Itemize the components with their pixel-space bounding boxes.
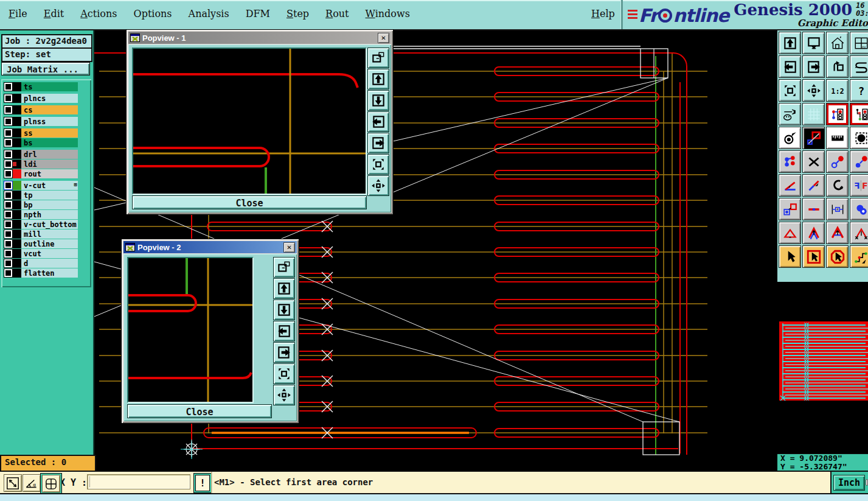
menu-actions[interactable]: Actions xyxy=(80,8,117,19)
span-measure-button[interactable]: 4 xyxy=(826,198,849,220)
layer-visibility-checkbox-bs[interactable] xyxy=(4,138,13,147)
menu-windows[interactable]: Windows xyxy=(366,8,410,19)
popview-1-close-button[interactable]: Close xyxy=(132,195,367,209)
pad-exchange-button[interactable] xyxy=(779,198,801,220)
undo-view-button[interactable] xyxy=(826,55,849,78)
layer-visibility-checkbox-ss[interactable] xyxy=(4,128,13,138)
popview-2-fit-view-button[interactable] xyxy=(273,363,295,384)
popview-2-close-button[interactable]: Close xyxy=(127,404,272,418)
layer-name-outline[interactable]: outline xyxy=(21,239,78,248)
layer-copy-b-button[interactable] xyxy=(850,103,868,125)
layer-visibility-checkbox-ts[interactable] xyxy=(4,82,13,91)
ratio-1-2-button[interactable]: 1:2 xyxy=(826,79,849,102)
layer-visibility-checkbox-v-cut[interactable] xyxy=(4,181,13,190)
layer-name-ss[interactable]: ss xyxy=(21,128,78,138)
popview-2-close-icon[interactable]: ✕ xyxy=(283,242,295,253)
layer-visibility-checkbox-tp[interactable] xyxy=(4,191,13,200)
popview-1-window[interactable]: Popview - 1 ✕ Close xyxy=(126,29,394,215)
triangle-d-button[interactable] xyxy=(850,222,868,244)
menu-edit[interactable]: Edit xyxy=(44,8,64,19)
rotate-feature-button[interactable] xyxy=(826,174,849,197)
layer-visibility-checkbox-v-cut_bottom[interactable] xyxy=(4,220,13,229)
copy-feature-button[interactable] xyxy=(850,150,868,173)
fit-view-button[interactable] xyxy=(779,79,801,102)
popview-1-titlebar[interactable]: Popview - 1 ✕ xyxy=(128,32,391,44)
layer-name-ts[interactable]: ts xyxy=(21,82,78,91)
layer-name-plncs[interactable]: plncs xyxy=(21,94,78,103)
layer-visibility-checkbox-bp[interactable] xyxy=(4,200,13,209)
pad-select-button[interactable] xyxy=(850,127,868,149)
popview-1-tray-down-button[interactable] xyxy=(367,90,389,111)
net-select-button[interactable] xyxy=(779,150,801,173)
menu-step[interactable]: Step xyxy=(286,8,309,19)
snap-grid-button[interactable] xyxy=(42,475,60,492)
popview-2-viewport[interactable] xyxy=(127,257,254,403)
layer-name-drl[interactable]: drl xyxy=(21,150,78,159)
layer-name-npth[interactable]: npth xyxy=(21,210,78,219)
layer-name-cs[interactable]: cs xyxy=(21,105,78,114)
layer-name-bp[interactable]: bp xyxy=(21,200,78,209)
cursor-poly-button[interactable] xyxy=(826,245,849,268)
move-feature-button[interactable] xyxy=(826,150,849,173)
help-menu[interactable]: Help xyxy=(591,8,615,19)
popview-2-tray-up-button[interactable] xyxy=(273,278,295,299)
home-button[interactable] xyxy=(826,32,849,54)
layer-visibility-checkbox-plncs[interactable] xyxy=(4,94,13,103)
layer-name-rout[interactable]: rout xyxy=(21,169,78,178)
popview-1-pan-view-button[interactable] xyxy=(367,175,389,196)
menu-dfm[interactable]: DFM xyxy=(246,8,270,19)
layer-copy-a-button[interactable] xyxy=(826,103,849,125)
box-right-button[interactable] xyxy=(802,55,825,78)
layer-name-bs[interactable]: bs xyxy=(21,138,78,147)
popview-1-close-icon[interactable]: ✕ xyxy=(378,33,389,43)
layer-name-tp[interactable]: tp xyxy=(21,191,78,200)
layer-visibility-checkbox-drl[interactable] xyxy=(4,150,13,159)
box-left-button[interactable] xyxy=(779,55,801,78)
mirror-text-button[interactable]: FF xyxy=(850,174,868,197)
popview-1-fit-view-button[interactable] xyxy=(367,154,389,175)
xy-window-button[interactable]: xy xyxy=(850,32,868,54)
alert-button[interactable]: ! xyxy=(195,475,210,491)
triangle-b-button[interactable] xyxy=(802,222,825,244)
popview-2-window[interactable]: Popview - 2 ✕ Close xyxy=(121,239,299,424)
pad-overlap-button[interactable] xyxy=(850,198,868,220)
popview-2-popview-windows-button[interactable] xyxy=(273,257,295,278)
popview-2-pan-view-button[interactable] xyxy=(273,385,295,405)
grid-toggle-button[interactable] xyxy=(802,103,825,125)
measure-angle-button[interactable]: α xyxy=(23,474,41,492)
popview-2-box-left-button[interactable] xyxy=(273,321,295,342)
xy-input[interactable] xyxy=(87,474,190,489)
triangle-c-button[interactable] xyxy=(826,222,849,244)
layer-visibility-checkbox-rout[interactable] xyxy=(4,169,13,178)
popview-1-box-right-button[interactable] xyxy=(367,133,389,153)
delete-x-button[interactable] xyxy=(802,150,825,173)
cursor-select-button[interactable] xyxy=(779,245,801,268)
layer-visibility-checkbox-cs[interactable] xyxy=(4,105,13,114)
layer-visibility-checkbox-ldi[interactable] xyxy=(4,159,13,169)
layer-visibility-checkbox-d[interactable] xyxy=(4,259,13,268)
layer-name-plnss[interactable]: plnss xyxy=(21,117,78,126)
layer-name-d[interactable]: d xyxy=(21,259,78,268)
s-route-button[interactable] xyxy=(850,55,868,78)
layer-name-v-cut_bottom[interactable]: v-cut_bottom xyxy=(21,220,78,229)
pan-view-button[interactable] xyxy=(802,79,825,102)
job-matrix-button[interactable]: Job Matrix ... xyxy=(1,62,90,75)
slant-line-button[interactable] xyxy=(802,174,825,197)
draw-tools-button[interactable] xyxy=(779,103,801,125)
layer-name-ldi[interactable]: ldi xyxy=(21,159,78,169)
layer-visibility-checkbox-flatten[interactable] xyxy=(4,268,13,278)
measure-ruler-button[interactable] xyxy=(826,127,849,149)
monitor-down-button[interactable] xyxy=(802,32,825,54)
menu-rout[interactable]: Rout xyxy=(325,8,349,19)
units-handle[interactable] xyxy=(866,479,868,486)
overview-panel[interactable] xyxy=(777,282,868,454)
layer-visibility-checkbox-outline[interactable] xyxy=(4,239,13,248)
triangle-a-button[interactable] xyxy=(779,222,801,244)
line-style-button[interactable] xyxy=(802,198,825,220)
cursor-net-button[interactable] xyxy=(850,245,868,268)
feature-select-button[interactable] xyxy=(779,127,801,149)
layer-visibility-checkbox-vcut[interactable] xyxy=(4,249,13,258)
popview-2-titlebar[interactable]: Popview - 2 ✕ xyxy=(123,241,297,253)
feature-edit-button[interactable] xyxy=(802,127,825,149)
layer-visibility-checkbox-npth[interactable] xyxy=(4,210,13,219)
